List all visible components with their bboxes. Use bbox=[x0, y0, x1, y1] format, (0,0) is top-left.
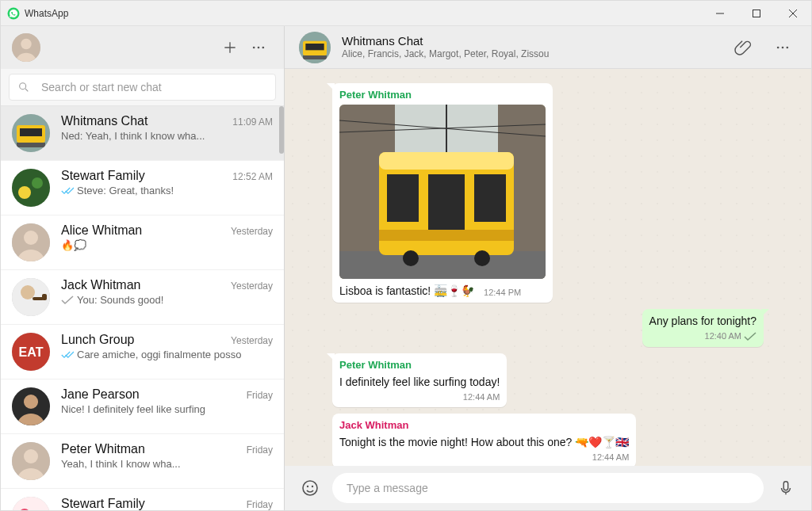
window-close-button[interactable] bbox=[775, 1, 811, 26]
chat-list-item[interactable]: Alice WhitmanYesterday🔥💭 bbox=[1, 215, 284, 270]
chat-name: Alice Whitman bbox=[61, 223, 142, 238]
search-input[interactable] bbox=[40, 80, 267, 94]
chat-preview: 🔥💭 bbox=[61, 239, 86, 251]
message-incoming[interactable]: Peter WhitmanI definitely feel like surf… bbox=[332, 353, 507, 407]
message-text: Any plans for tonight? bbox=[649, 314, 756, 329]
window-title: WhatsApp bbox=[25, 8, 68, 19]
chat-avatar bbox=[12, 223, 50, 261]
chat-time: Yesterday bbox=[231, 335, 273, 346]
conversation-subtitle: Alice, Francis, Jack, Margot, Peter, Roy… bbox=[342, 48, 549, 59]
chat-name: Whitmans Chat bbox=[61, 114, 147, 128]
tick-sent-icon bbox=[744, 332, 756, 341]
chat-avatar bbox=[12, 442, 50, 480]
message-time: 12:44 PM bbox=[484, 287, 521, 299]
message-list[interactable]: Peter WhitmanLisboa is fantastic! 🚋🍷🐓12:… bbox=[285, 69, 811, 466]
conversation-pane: Whitmans Chat Alice, Francis, Jack, Marg… bbox=[285, 26, 811, 510]
message-incoming[interactable]: Peter WhitmanLisboa is fantastic! 🚋🍷🐓12:… bbox=[332, 83, 553, 303]
chat-list-item[interactable]: Jane PearsonFridayNice! I definitely fee… bbox=[1, 379, 284, 434]
chat-preview: Care amiche, oggi finalmente posso bbox=[77, 349, 241, 360]
chat-name: Peter Whitman bbox=[61, 442, 145, 456]
chat-time: 12:52 AM bbox=[232, 171, 273, 182]
conversation-title: Whitmans Chat bbox=[342, 34, 549, 48]
message-sender: Peter Whitman bbox=[339, 88, 546, 102]
maximize-icon bbox=[753, 10, 760, 17]
chat-name: Jack Whitman bbox=[61, 278, 140, 292]
new-chat-button[interactable] bbox=[216, 33, 244, 62]
chat-list-item[interactable]: Whitmans Chat11:09 AMNed: Yeah, I think … bbox=[1, 106, 284, 161]
chat-name: Lunch Group bbox=[61, 333, 135, 347]
chat-time: Yesterday bbox=[231, 280, 273, 292]
message-sender: Peter Whitman bbox=[339, 358, 500, 372]
chat-preview: Steve: Great, thanks! bbox=[77, 185, 174, 196]
window-minimize-button[interactable] bbox=[702, 1, 738, 26]
message-time: 12:40 AM bbox=[649, 330, 756, 342]
tick-read-icon bbox=[61, 350, 74, 360]
chat-list-item[interactable]: Stewart FamilyFridaySteve: Great, thanks… bbox=[1, 489, 284, 510]
sidebar-header bbox=[1, 26, 284, 69]
chat-preview: Ned: Yeah, I think I know wha... bbox=[61, 130, 205, 142]
chat-list-item[interactable]: Jack WhitmanYesterdayYou: Sounds good! bbox=[1, 270, 284, 325]
chat-avatar bbox=[12, 278, 50, 316]
mic-icon bbox=[777, 479, 795, 497]
tick-read-icon bbox=[61, 186, 74, 196]
chat-avatar bbox=[12, 497, 50, 510]
chat-avatar bbox=[12, 387, 50, 425]
message-time: 12:44 AM bbox=[339, 452, 629, 463]
paperclip-icon bbox=[734, 39, 752, 56]
composer bbox=[285, 466, 811, 510]
chat-list-item[interactable]: Peter WhitmanFridayYeah, I think I know … bbox=[1, 434, 284, 489]
more-icon bbox=[775, 40, 791, 55]
message-input[interactable] bbox=[345, 481, 751, 495]
voice-message-button[interactable] bbox=[772, 474, 800, 502]
search-icon bbox=[17, 81, 30, 93]
whatsapp-logo-icon bbox=[7, 7, 20, 20]
scrollbar[interactable] bbox=[279, 106, 284, 154]
conversation-avatar[interactable] bbox=[299, 32, 331, 63]
tick-sent-icon bbox=[61, 296, 74, 305]
more-icon bbox=[251, 40, 266, 55]
smile-icon bbox=[301, 479, 320, 498]
message-outgoing[interactable]: Any plans for tonight?12:40 AM bbox=[642, 309, 764, 347]
conversation-header: Whitmans Chat Alice, Francis, Jack, Marg… bbox=[285, 26, 811, 69]
attach-button[interactable] bbox=[729, 33, 757, 62]
window-maximize-button[interactable] bbox=[738, 1, 775, 26]
chat-list-item[interactable]: Lunch GroupYesterdayCare amiche, oggi fi… bbox=[1, 325, 284, 379]
message-sender: Jack Whitman bbox=[339, 418, 629, 433]
chat-avatar bbox=[12, 169, 50, 207]
plus-icon bbox=[222, 40, 238, 55]
minimize-icon bbox=[716, 10, 724, 17]
message-text: I definitely feel like surfing today! bbox=[339, 375, 500, 390]
chat-time: Friday bbox=[247, 390, 273, 401]
chat-time: Yesterday bbox=[231, 226, 273, 237]
chat-avatar bbox=[12, 333, 50, 371]
chat-name: Jane Pearson bbox=[61, 387, 140, 402]
message-text: Tonight is the movie night! How about th… bbox=[339, 435, 629, 450]
my-avatar[interactable] bbox=[12, 33, 40, 62]
chat-name: Stewart Family bbox=[61, 169, 145, 183]
chat-time: 11:09 AM bbox=[232, 116, 273, 128]
chat-preview: Nice! I definitely feel like surfing bbox=[61, 403, 205, 415]
message-time: 12:44 AM bbox=[339, 391, 500, 403]
message-incoming[interactable]: Jack WhitmanTonight is the movie night! … bbox=[332, 414, 636, 466]
chat-list[interactable]: Whitmans Chat11:09 AMNed: Yeah, I think … bbox=[1, 106, 284, 510]
chat-time: Friday bbox=[247, 444, 273, 456]
chat-avatar bbox=[12, 114, 50, 152]
message-text: Lisboa is fantastic! 🚋🍷🐓 bbox=[339, 284, 474, 299]
sidebar: Whitmans Chat11:09 AMNed: Yeah, I think … bbox=[1, 26, 285, 510]
conversation-menu-button[interactable] bbox=[768, 33, 797, 62]
chat-time: Friday bbox=[247, 499, 273, 510]
window-titlebar: WhatsApp bbox=[1, 1, 811, 26]
chat-list-item[interactable]: Stewart Family12:52 AMSteve: Great, than… bbox=[1, 161, 284, 215]
chat-name: Stewart Family bbox=[61, 497, 145, 510]
close-icon bbox=[789, 10, 797, 17]
emoji-button[interactable] bbox=[296, 474, 324, 502]
sidebar-menu-button[interactable] bbox=[244, 33, 273, 62]
chat-preview: You: Sounds good! bbox=[77, 294, 163, 306]
message-photo[interactable] bbox=[339, 105, 546, 279]
chat-preview: Yeah, I think I know wha... bbox=[61, 458, 181, 470]
search-bar bbox=[1, 69, 284, 106]
